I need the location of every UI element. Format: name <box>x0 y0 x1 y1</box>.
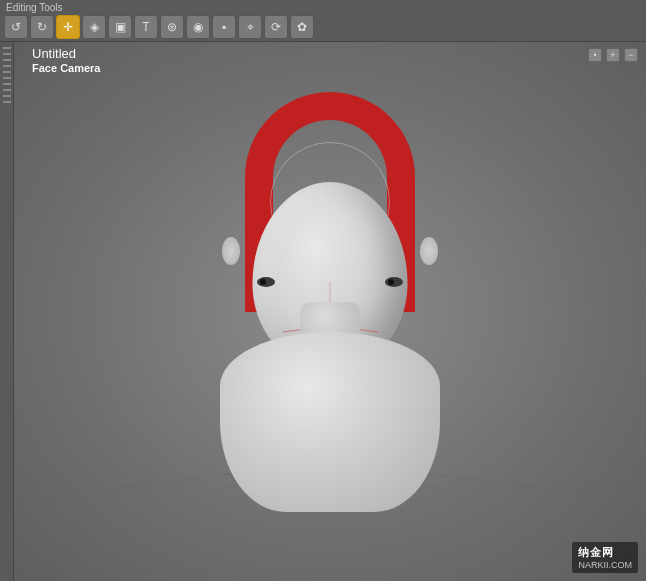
watermark: 纳金网 NARKII.COM <box>572 542 638 573</box>
eye-left <box>257 277 275 287</box>
watermark-url: NARKII.COM <box>578 560 632 570</box>
tool-settings[interactable]: ✿ <box>290 15 314 39</box>
viewport-camera: Face Camera <box>32 62 101 75</box>
head-3d <box>160 92 500 512</box>
tool-box[interactable]: ▣ <box>108 15 132 39</box>
viewport-title: Untitled <box>32 46 101 62</box>
left-ruler <box>0 42 14 581</box>
tool-square[interactable]: ▪ <box>212 15 236 39</box>
ruler-mark <box>3 83 11 85</box>
ruler-mark <box>3 53 11 55</box>
body-torso <box>220 332 440 512</box>
ruler-mark <box>3 101 11 103</box>
tool-lasso[interactable]: T <box>134 15 158 39</box>
tool-search[interactable]: ⌖ <box>238 15 262 39</box>
ruler-mark <box>3 59 11 61</box>
viewport-minus-control[interactable]: − <box>624 48 638 62</box>
tool-navigate[interactable]: ◈ <box>82 15 106 39</box>
watermark-chinese: 纳金网 <box>578 545 632 560</box>
viewport-plus-control[interactable]: + <box>606 48 620 62</box>
ruler-mark <box>3 77 11 79</box>
ear-right <box>420 237 438 265</box>
tool-undo[interactable]: ↺ <box>4 15 28 39</box>
viewport-labels: Untitled Face Camera <box>32 46 101 75</box>
ruler-mark <box>3 71 11 73</box>
toolbar-label: Editing Tools <box>0 0 646 13</box>
tool-magnet[interactable]: ⊛ <box>160 15 184 39</box>
viewport-controls: • + − <box>588 48 638 62</box>
tool-rotate[interactable]: ⟳ <box>264 15 288 39</box>
tool-redo[interactable]: ↻ <box>30 15 54 39</box>
ruler-mark <box>3 95 11 97</box>
toolbar: Editing Tools ↺↻✛◈▣T⊛◉▪⌖⟳✿ <box>0 0 646 42</box>
eye-right <box>385 277 403 287</box>
3d-head-figure <box>160 92 500 512</box>
viewport: Untitled Face Camera • + − <box>0 42 646 581</box>
viewport-dot-control[interactable]: • <box>588 48 602 62</box>
tool-soft[interactable]: ◉ <box>186 15 210 39</box>
ear-left <box>222 237 240 265</box>
ruler-mark <box>3 65 11 67</box>
scene-canvas[interactable]: Untitled Face Camera • + − <box>14 42 646 581</box>
toolbar-icons: ↺↻✛◈▣T⊛◉▪⌖⟳✿ <box>0 13 646 41</box>
tool-move[interactable]: ✛ <box>56 15 80 39</box>
ruler-mark <box>3 47 11 49</box>
ruler-mark <box>3 89 11 91</box>
